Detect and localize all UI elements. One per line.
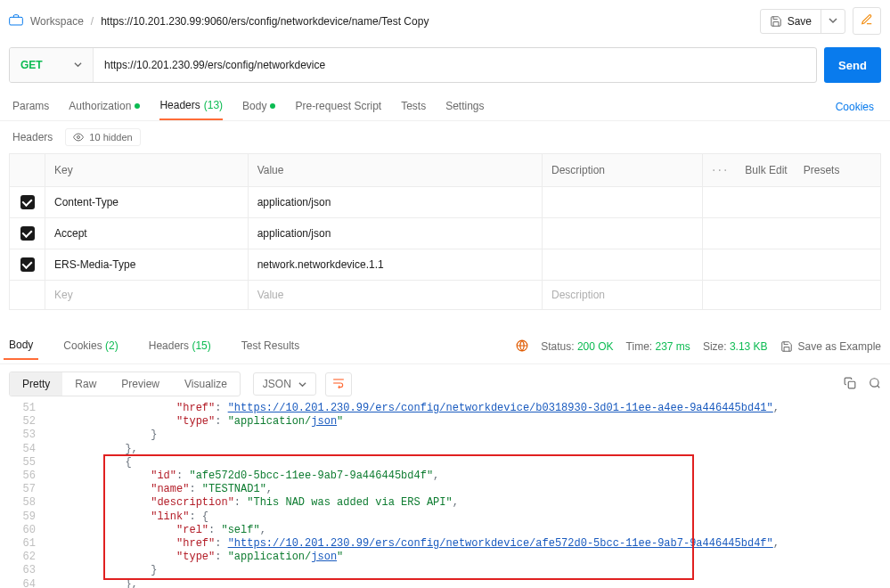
line-number: 64 (0, 578, 46, 588)
code-line: 56 "id": "afe572d0-5bcc-11ee-9ab7-9a4464… (0, 470, 890, 483)
status-dot-icon (135, 103, 140, 109)
http-method-select[interactable]: GET (10, 48, 94, 82)
line-number: 56 (0, 470, 46, 483)
line-number: 57 (0, 483, 46, 496)
checkbox-icon[interactable] (20, 226, 35, 241)
status-label: Status: (541, 340, 574, 353)
save-button[interactable]: Save (760, 9, 845, 34)
workspace-icon (9, 13, 23, 29)
wrap-lines-button[interactable] (325, 372, 352, 396)
save-example-button[interactable]: Save as Example (780, 340, 881, 353)
headers-title: Headers (12, 131, 53, 143)
svg-point-6 (870, 378, 878, 386)
pill-raw[interactable]: Raw (62, 372, 109, 396)
checkbox-icon[interactable] (20, 257, 35, 272)
code-line: 52 "type": "application/json" (0, 415, 890, 429)
url-input[interactable]: https://10.201.230.99/ers/config/network… (94, 48, 816, 82)
http-method-label: GET (20, 59, 43, 71)
line-number: 53 (0, 429, 46, 442)
header-key[interactable]: ERS-Media-Type (45, 249, 249, 281)
pill-pretty[interactable]: Pretty (10, 372, 62, 396)
response-format-select[interactable]: JSON (253, 372, 316, 396)
line-number: 60 (0, 524, 46, 537)
bulk-edit-link[interactable]: Bulk Edit (745, 164, 787, 176)
line-number: 58 (0, 496, 46, 510)
resp-tab-body[interactable]: Body (4, 333, 38, 360)
line-number: 63 (0, 564, 46, 577)
code-line: 61 "href": "https://10.201.230.99/ers/co… (0, 537, 890, 551)
tab-authorization[interactable]: Authorization (69, 94, 140, 119)
time-label: Time: (626, 340, 653, 353)
tab-body[interactable]: Body (242, 94, 275, 119)
line-number: 61 (0, 537, 46, 551)
headers-table: Key Value Description ··· Bulk Edit Pres… (9, 153, 881, 310)
tab-body-label: Body (242, 100, 266, 112)
code-line: 51 "href": "https://10.201.230.99/ers/co… (0, 402, 890, 415)
resp-tab-headers[interactable]: Headers (15) (143, 334, 216, 359)
breadcrumb-path[interactable]: https://10.201.230.99:9060/ers/config/ne… (101, 15, 429, 28)
tab-tests[interactable]: Tests (401, 94, 426, 119)
header-value-input[interactable]: Value (248, 281, 542, 310)
line-number: 62 (0, 551, 46, 564)
svg-point-1 (78, 136, 80, 139)
tab-prerequest[interactable]: Pre-request Script (295, 94, 381, 119)
edit-button[interactable] (853, 7, 881, 35)
eye-icon (73, 132, 84, 143)
line-number: 51 (0, 402, 46, 415)
tab-settings[interactable]: Settings (445, 94, 484, 119)
header-value[interactable]: network.networkdevice.1.1 (248, 249, 542, 281)
header-value[interactable]: application/json (248, 218, 542, 249)
size-value: 3.13 KB (730, 340, 768, 353)
header-desc[interactable] (543, 187, 703, 218)
tab-headers-label: Headers (159, 99, 200, 111)
breadcrumb-separator: / (91, 15, 94, 28)
tab-headers[interactable]: Headers (13) (159, 94, 223, 120)
response-body[interactable]: 51 "href": "https://10.201.230.99/ers/co… (0, 402, 890, 588)
header-key-input[interactable]: Key (45, 281, 249, 310)
header-value[interactable]: application/json (248, 187, 542, 218)
status-value: 200 OK (577, 340, 614, 353)
save-icon (770, 15, 782, 28)
breadcrumb: Workspace / https://10.201.230.99:9060/e… (30, 15, 429, 28)
table-row[interactable]: ERS-Media-Type network.networkdevice.1.1 (10, 249, 881, 281)
code-line: 59 "link": { (0, 510, 890, 524)
code-line: 63 } (0, 564, 890, 577)
network-icon[interactable] (516, 339, 528, 355)
hidden-label: 10 hidden (89, 132, 132, 143)
header-key[interactable]: Accept (45, 218, 249, 249)
checkbox-icon[interactable] (20, 195, 35, 209)
copy-button[interactable] (844, 377, 856, 392)
resp-tab-cookies[interactable]: Cookies (2) (58, 334, 123, 359)
th-desc: Description (543, 154, 703, 187)
line-number: 59 (0, 510, 46, 524)
header-desc[interactable] (543, 218, 703, 249)
header-desc[interactable] (543, 249, 703, 281)
pill-visualize[interactable]: Visualize (172, 372, 240, 396)
table-row[interactable]: Accept application/json (10, 218, 881, 249)
table-row[interactable]: Content-Type application/json (10, 187, 881, 218)
search-button[interactable] (869, 377, 881, 392)
table-row-new[interactable]: Key Value Description (10, 281, 881, 310)
code-line: 57 "name": "TESTNAD1", (0, 483, 890, 496)
breadcrumb-workspace[interactable]: Workspace (30, 15, 84, 28)
code-line: 55 { (0, 456, 890, 470)
send-button[interactable]: Send (824, 47, 881, 83)
cookies-link[interactable]: Cookies (836, 101, 878, 113)
response-view-mode: Pretty Raw Preview Visualize (9, 372, 241, 396)
code-line: 54 }, (0, 443, 890, 456)
chevron-down-icon (74, 61, 82, 70)
resp-tab-testresults[interactable]: Test Results (236, 334, 305, 359)
presets-link[interactable]: Presets (804, 164, 840, 176)
time-value: 237 ms (656, 340, 690, 353)
chevron-down-icon (298, 380, 306, 388)
code-line: 64 }, (0, 578, 890, 588)
code-line: 53 } (0, 429, 890, 442)
tab-params[interactable]: Params (12, 94, 49, 119)
more-icon[interactable]: ··· (712, 162, 729, 178)
header-desc-input[interactable]: Description (543, 281, 703, 310)
pill-preview[interactable]: Preview (109, 372, 172, 396)
save-chevron-icon[interactable] (821, 10, 845, 33)
header-key[interactable]: Content-Type (45, 187, 249, 218)
hidden-headers-toggle[interactable]: 10 hidden (65, 128, 140, 146)
code-line: 60 "rel": "self", (0, 524, 890, 537)
